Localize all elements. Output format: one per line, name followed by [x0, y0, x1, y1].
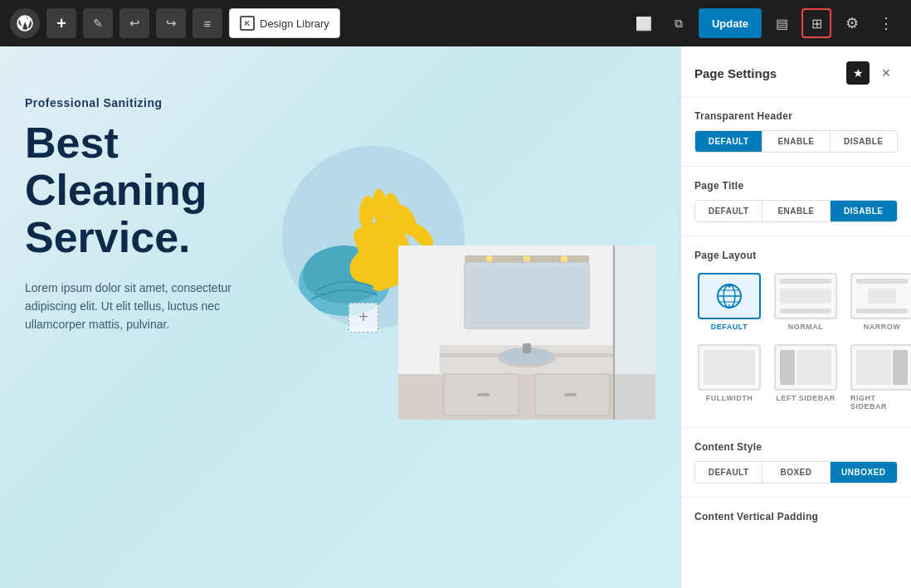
layout-option-left-sidebar[interactable]: LEFT SIDEBAR	[771, 341, 840, 414]
panel-header: Page Settings ★ ×	[681, 46, 911, 97]
layout-option-normal[interactable]: NORMAL	[771, 270, 840, 334]
layout-icon-right-sidebar	[850, 344, 911, 391]
svg-rect-23	[523, 343, 531, 353]
add-block-placeholder[interactable]: +	[348, 303, 378, 333]
globe-icon	[714, 281, 744, 311]
page-title-default[interactable]: DEFAULT	[695, 201, 762, 221]
external-link-button[interactable]: ⧉	[664, 8, 694, 38]
content-vertical-padding-label: Content Vertical Padding	[694, 511, 898, 522]
layout-label-left-sidebar: LEFT SIDEBAR	[776, 394, 835, 402]
layout-grid: DEFAULT NORMAL	[694, 270, 898, 414]
editor-canvas: Professional Sanitizing Best Cleaning Se…	[0, 46, 680, 588]
list-icon: ≡	[204, 17, 212, 31]
layout-label-right-sidebar: RIGHT SIDEBAR	[850, 394, 911, 411]
hero-subtitle: Professional Sanitizing	[25, 96, 307, 109]
more-options-button[interactable]: ⚙	[836, 8, 866, 38]
bathroom-image	[398, 245, 655, 420]
external-icon: ⧉	[675, 17, 683, 31]
list-view-button[interactable]: ≡	[192, 8, 222, 38]
layout-label-default: DEFAULT	[711, 323, 748, 331]
hero-title-line3: Service.	[25, 213, 191, 261]
layout-option-default[interactable]: DEFAULT	[694, 270, 764, 334]
page-settings-button[interactable]: ⊞	[801, 8, 831, 38]
layout-label-fullwidth: FULLWIDTH	[706, 394, 753, 402]
sidebar-toggle-button[interactable]: ▤	[767, 8, 797, 38]
content-style-unboxed[interactable]: UNBOXED	[831, 462, 897, 483]
kebab-icon: ⋮	[879, 14, 894, 32]
more-icon: ⚙	[845, 14, 858, 32]
page-title-section: Page Title DEFAULT ENABLE DISABLE	[681, 167, 911, 236]
preview-icon: ⬜	[636, 16, 652, 32]
hero-title-line2: Cleaning	[25, 166, 207, 214]
add-block-icon: +	[358, 308, 368, 327]
panel-header-actions: ★ ×	[846, 61, 898, 85]
page-preview: Professional Sanitizing Best Cleaning Se…	[0, 46, 680, 588]
content-style-boxed[interactable]: BOXED	[762, 462, 830, 483]
svg-rect-27	[564, 393, 577, 396]
globe-container	[704, 279, 755, 313]
close-icon: ×	[882, 65, 891, 82]
pencil-icon: ✎	[93, 17, 103, 30]
page-title-label: Page Title	[694, 180, 898, 192]
hero-title-line1: Best	[25, 119, 119, 167]
update-button[interactable]: Update	[699, 8, 762, 38]
toolbar: + ✎ ↩ ↪ ≡ K Design Library ⬜ ⧉ Update ▤ …	[0, 0, 911, 46]
hero-content: Professional Sanitizing Best Cleaning Se…	[0, 46, 332, 359]
layout-icon-left-sidebar	[774, 344, 837, 391]
content-vertical-padding-section: Content Vertical Padding	[681, 498, 911, 537]
main-content: Professional Sanitizing Best Cleaning Se…	[0, 46, 911, 588]
page-title-disable[interactable]: DISABLE	[831, 201, 897, 221]
close-panel-button[interactable]: ×	[874, 61, 898, 85]
layout-option-right-sidebar[interactable]: RIGHT SIDEBAR	[847, 341, 911, 414]
svg-point-16	[486, 255, 493, 262]
add-block-button[interactable]: +	[46, 8, 76, 38]
transparent-header-section: Transparent Header DEFAULT ENABLE DISABL…	[681, 97, 911, 167]
preview-button[interactable]: ⬜	[629, 8, 659, 38]
star-icon: ★	[853, 66, 864, 80]
wordpress-logo[interactable]	[10, 8, 40, 38]
design-library-icon: K	[240, 16, 255, 31]
layout-icon-fullwidth	[698, 344, 761, 391]
transparent-header-label: Transparent Header	[694, 110, 898, 122]
svg-point-17	[524, 255, 530, 262]
transparent-header-enable[interactable]: ENABLE	[762, 131, 830, 152]
kebab-menu-button[interactable]: ⋮	[871, 8, 901, 38]
settings-panel-icon: ⊞	[811, 16, 822, 32]
layout-icon-narrow	[850, 273, 911, 319]
svg-rect-14	[469, 266, 585, 324]
svg-rect-26	[477, 393, 490, 396]
design-library-label: Design Library	[260, 17, 329, 30]
content-style-label: Content Style	[694, 441, 898, 453]
sidebar-icon: ▤	[776, 16, 788, 32]
content-style-section: Content Style DEFAULT BOXED UNBOXED	[681, 428, 911, 498]
svg-point-18	[561, 255, 568, 262]
hero-description: Lorem ipsum dolor sit amet, consectetur …	[25, 279, 274, 334]
layout-label-narrow: NARROW	[864, 323, 901, 331]
right-panel: Page Settings ★ × Transparent Header DEF…	[680, 46, 911, 588]
page-title-enable[interactable]: ENABLE	[762, 201, 830, 221]
layout-option-narrow[interactable]: NARROW	[847, 270, 911, 334]
content-style-options: DEFAULT BOXED UNBOXED	[694, 461, 898, 484]
content-style-default[interactable]: DEFAULT	[695, 462, 762, 483]
hero-title: Best Cleaning Service.	[25, 119, 307, 262]
transparent-header-disable[interactable]: DISABLE	[831, 131, 897, 152]
plus-icon: +	[56, 14, 66, 33]
design-library-button[interactable]: K Design Library	[229, 8, 340, 38]
transparent-header-default[interactable]: DEFAULT	[695, 131, 762, 152]
redo-icon: ↪	[166, 16, 177, 31]
edit-button[interactable]: ✎	[83, 8, 113, 38]
transparent-header-options: DEFAULT ENABLE DISABLE	[694, 130, 898, 153]
page-title-options: DEFAULT ENABLE DISABLE	[694, 200, 898, 222]
layout-icon-normal	[774, 273, 837, 319]
bathroom-inner	[398, 245, 655, 420]
redo-button[interactable]: ↪	[156, 8, 186, 38]
bathroom-svg	[398, 245, 655, 420]
favorite-button[interactable]: ★	[846, 61, 870, 85]
svg-rect-28	[614, 245, 655, 420]
layout-label-normal: NORMAL	[788, 323, 824, 331]
panel-title: Page Settings	[694, 66, 777, 80]
toolbar-right: ⬜ ⧉ Update ▤ ⊞ ⚙ ⋮	[629, 8, 901, 38]
layout-option-fullwidth[interactable]: FULLWIDTH	[694, 341, 764, 414]
page-layout-label: Page Layout	[694, 250, 898, 261]
undo-button[interactable]: ↩	[119, 8, 149, 38]
